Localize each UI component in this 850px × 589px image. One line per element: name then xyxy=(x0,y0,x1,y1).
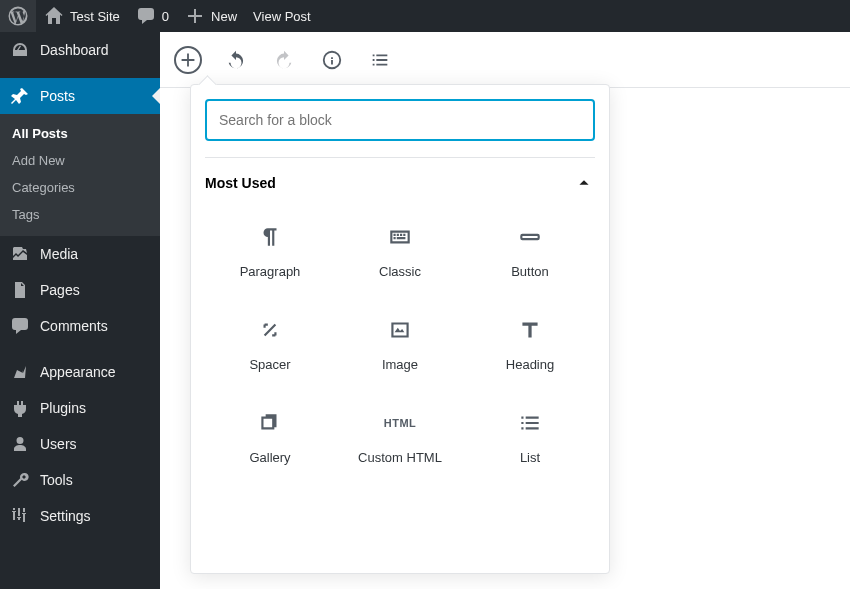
inserter-scroll[interactable]: Most Used Paragraph Classic Button xyxy=(191,145,609,573)
paragraph-icon xyxy=(257,224,283,250)
info-button[interactable] xyxy=(318,46,346,74)
new-label: New xyxy=(211,9,237,24)
wp-logo[interactable] xyxy=(0,0,36,32)
block-classic[interactable]: Classic xyxy=(335,204,465,297)
plugins-icon xyxy=(10,398,30,418)
block-button[interactable]: Button xyxy=(465,204,595,297)
wordpress-icon xyxy=(8,6,28,26)
sidebar-item-comments[interactable]: Comments xyxy=(0,308,160,344)
heading-icon xyxy=(517,317,543,343)
new-content-link[interactable]: New xyxy=(177,0,245,32)
sidebar-item-media[interactable]: Media xyxy=(0,236,160,272)
dashboard-icon xyxy=(10,40,30,60)
view-post-label: View Post xyxy=(253,9,311,24)
keyboard-icon xyxy=(387,224,413,250)
button-icon xyxy=(517,224,543,250)
submenu-tags[interactable]: Tags xyxy=(0,201,160,228)
submenu-categories[interactable]: Categories xyxy=(0,174,160,201)
inserter-search-wrap xyxy=(205,99,595,141)
admin-sidebar: Dashboard Posts All Posts Add New Catego… xyxy=(0,32,160,589)
sidebar-item-pages[interactable]: Pages xyxy=(0,272,160,308)
sidebar-submenu-posts: All Posts Add New Categories Tags xyxy=(0,114,160,236)
admin-toolbar: Test Site 0 New View Post xyxy=(0,0,850,32)
block-list[interactable]: List xyxy=(465,390,595,483)
sidebar-item-posts[interactable]: Posts xyxy=(0,78,160,114)
redo-icon xyxy=(273,49,295,71)
comments-icon xyxy=(10,316,30,336)
section-title: Most Used xyxy=(205,175,276,191)
users-icon xyxy=(10,434,30,454)
redo-button[interactable] xyxy=(270,46,298,74)
info-icon xyxy=(321,49,343,71)
plus-icon xyxy=(177,49,199,71)
block-spacer[interactable]: Spacer xyxy=(205,297,335,390)
undo-icon xyxy=(225,49,247,71)
list-block-icon xyxy=(517,410,543,436)
comments-count: 0 xyxy=(162,9,169,24)
block-inserter-popover: Most Used Paragraph Classic Button xyxy=(190,84,610,574)
page-icon xyxy=(10,280,30,300)
sidebar-item-plugins[interactable]: Plugins xyxy=(0,390,160,426)
pin-icon xyxy=(10,86,30,106)
home-icon xyxy=(44,6,64,26)
image-icon xyxy=(387,317,413,343)
section-toggle[interactable]: Most Used xyxy=(205,168,595,204)
site-name-link[interactable]: Test Site xyxy=(36,0,128,32)
appearance-icon xyxy=(10,362,30,382)
inserter-section: Most Used Paragraph Classic Button xyxy=(205,157,595,483)
sidebar-item-dashboard[interactable]: Dashboard xyxy=(0,32,160,68)
tools-icon xyxy=(10,470,30,490)
plus-icon xyxy=(185,6,205,26)
editor-toolbar xyxy=(160,32,850,88)
submenu-all-posts[interactable]: All Posts xyxy=(0,120,160,147)
block-gallery[interactable]: Gallery xyxy=(205,390,335,483)
block-grid: Paragraph Classic Button Spacer Image xyxy=(205,204,595,483)
comment-icon xyxy=(136,6,156,26)
submenu-add-new[interactable]: Add New xyxy=(0,147,160,174)
block-paragraph[interactable]: Paragraph xyxy=(205,204,335,297)
settings-icon xyxy=(10,506,30,526)
view-post-link[interactable]: View Post xyxy=(245,0,319,32)
sidebar-item-appearance[interactable]: Appearance xyxy=(0,354,160,390)
list-icon xyxy=(369,49,391,71)
sidebar-item-tools[interactable]: Tools xyxy=(0,462,160,498)
search-input[interactable] xyxy=(205,99,595,141)
sidebar-item-users[interactable]: Users xyxy=(0,426,160,462)
media-icon xyxy=(10,244,30,264)
comments-link[interactable]: 0 xyxy=(128,0,177,32)
block-heading[interactable]: Heading xyxy=(465,297,595,390)
gallery-icon xyxy=(257,410,283,436)
chevron-up-icon xyxy=(573,172,595,194)
site-name: Test Site xyxy=(70,9,120,24)
block-navigation-button[interactable] xyxy=(366,46,394,74)
sidebar-item-settings[interactable]: Settings xyxy=(0,498,160,534)
add-block-button[interactable] xyxy=(174,46,202,74)
undo-button[interactable] xyxy=(222,46,250,74)
block-custom-html[interactable]: HTML Custom HTML xyxy=(335,390,465,483)
html-icon: HTML xyxy=(384,410,417,436)
block-image[interactable]: Image xyxy=(335,297,465,390)
spacer-icon xyxy=(257,317,283,343)
